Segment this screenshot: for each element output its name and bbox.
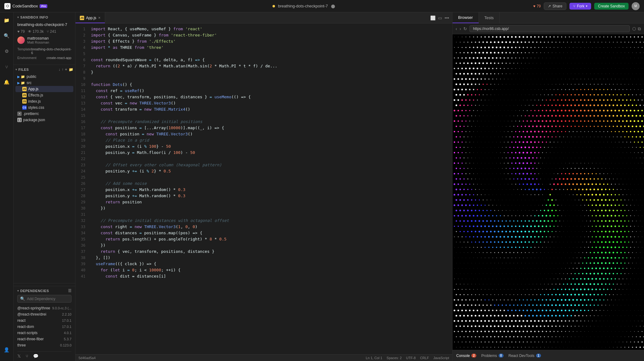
js-badge-indexjs: JS xyxy=(22,99,27,104)
fork-chevron-icon: ▾ xyxy=(586,4,587,8)
files-chevron-icon[interactable]: ▾ xyxy=(15,68,17,71)
divider xyxy=(14,65,75,65)
dep-name: react-three-fiber xyxy=(17,337,44,341)
pro-badge: Pro xyxy=(40,4,47,8)
file-prettierrc[interactable]: • .prettierrc xyxy=(15,111,73,117)
deps-search-input[interactable] xyxy=(27,297,73,301)
sidebar-users-icon[interactable]: 👤 xyxy=(2,345,12,355)
reactdevtools-label: React DevTools xyxy=(509,354,535,358)
files-label: Files xyxy=(19,68,29,71)
author-row: mattrossman Matt Rossman xyxy=(17,36,71,44)
main-layout: 📁 🔍 ⚙ ⑂ 🔔 👤 ▾ Sandbox Info xyxy=(0,12,644,361)
dep-three: three 0.123.0 xyxy=(17,342,71,348)
reactdevtools-tab[interactable]: React DevTools 1 xyxy=(509,354,541,358)
icon-sidebar-bottom: 👤 xyxy=(2,345,12,358)
tab-appjs[interactable]: JS App.js ✕ xyxy=(75,12,105,23)
dep-name: @react-three/drei xyxy=(17,312,46,316)
deps-chevron-icon[interactable]: ▾ xyxy=(17,289,19,292)
share-button[interactable]: ↗ Share xyxy=(544,2,566,10)
collapse-chevron-icon[interactable]: ▾ xyxy=(17,16,19,19)
status-bar: 5d46ad5a4 Ln 1, Col 1 Spaces: 2 UTF-8 CR… xyxy=(75,354,452,361)
sidebar-settings-icon[interactable]: ⚙ xyxy=(2,46,12,56)
template-label: Template xyxy=(17,47,31,55)
forward-button[interactable]: › xyxy=(460,26,461,31)
split-vertical-icon[interactable]: ▭ xyxy=(438,15,442,20)
sandbox-info-section: ▾ Sandbox Info breathing-dots-checkpoint… xyxy=(14,12,75,62)
file-packagejson[interactable]: { } package.json xyxy=(15,117,73,123)
folder-public[interactable]: ▶ 📁 public xyxy=(15,74,73,80)
dep-react-scripts: react-scripts 4.0.1 xyxy=(17,330,71,336)
deps-list-icon[interactable]: ☰ xyxy=(68,289,72,293)
github-icon[interactable]: ⑂ xyxy=(26,354,28,359)
file-appjs[interactable]: JS App.js xyxy=(15,86,73,92)
file-name-prettierrc: .prettierrc xyxy=(23,112,39,116)
discord-icon[interactable]: 💬 xyxy=(33,354,38,359)
upload-icon[interactable]: ↑ xyxy=(62,67,64,72)
divider-deps xyxy=(14,283,75,283)
tab-browser[interactable]: Browser xyxy=(453,12,479,23)
download-icon[interactable]: ↓ xyxy=(58,67,61,72)
folder-icon-src: ▶ 📁 xyxy=(17,81,25,85)
external-link-icon[interactable]: ⬡ xyxy=(632,26,636,32)
file-name-stylescss: styles.css xyxy=(28,105,44,110)
files-section: ▾ Files ↓ ↑ + 📁 ▶ 📁 public ▶ 📁 src JS xyxy=(14,67,75,281)
checkpoint-dot-icon: ⬤ xyxy=(331,4,335,8)
file-panel: ▾ Sandbox Info breathing-dots-checkpoint… xyxy=(14,12,75,361)
url-actions: ⬡ ⧉ xyxy=(632,26,641,32)
fork-icon: ⑂ xyxy=(573,4,575,8)
back-button[interactable]: ‹ xyxy=(456,26,457,31)
code-content[interactable]: import React, { useMemo, useRef } from '… xyxy=(88,23,452,354)
tab-tests[interactable]: Tests xyxy=(479,12,500,23)
twitter-icon[interactable]: 𝕏 xyxy=(17,354,21,359)
sandbox-name: breathing-dots-checkpoint-7 xyxy=(17,21,71,28)
share-label: Share xyxy=(552,4,562,8)
browser-statusbar: Console 2 Problems 0 React DevTools 1 xyxy=(453,350,644,361)
tab-close-button[interactable]: ✕ xyxy=(98,16,101,19)
console-tab[interactable]: Console 2 xyxy=(456,354,476,358)
browser-urlbar: ‹ › ↻ ⬡ ⧉ xyxy=(453,23,644,34)
topbar-logo: ⬡ CodeSandbox Pro xyxy=(0,3,74,9)
browser-panel: Browser Tests ‹ › ↻ ⬡ ⧉ Console 2 Proble… xyxy=(452,12,644,361)
dep-version: 4.0.1 xyxy=(64,331,71,335)
browser-viewport xyxy=(453,34,644,350)
url-input[interactable] xyxy=(470,25,630,32)
heart-count-meta: ♥ 79 xyxy=(17,29,25,34)
dep-version: 17.0.1 xyxy=(62,325,71,329)
add-file-icon[interactable]: + xyxy=(65,67,67,72)
sandbox-title: breathing-dots-checkpoint-7 xyxy=(278,4,328,8)
sidebar-git-icon[interactable]: ⑂ xyxy=(2,62,12,72)
deps-search-box[interactable]: 🔍 xyxy=(17,295,71,303)
deps-header: ▾ Dependencies ☰ xyxy=(17,289,71,293)
reactdevtools-badge: 1 xyxy=(536,354,541,358)
fork-icon-meta: ⑂ xyxy=(47,29,49,34)
fork-button[interactable]: ⑂ Fork ▾ xyxy=(569,3,591,10)
file-indexjs[interactable]: JS index.js xyxy=(15,98,73,104)
code-area: 1234567891011121314151617181920212223242… xyxy=(75,23,452,354)
sandbox-info-header: ▾ Sandbox Info xyxy=(17,15,71,19)
file-stylescss[interactable]: CS styles.css xyxy=(15,104,73,111)
fork-label: Fork xyxy=(577,4,584,8)
codesandbox-logo-icon: ⬡ xyxy=(4,3,11,9)
folder-src[interactable]: ▶ 📁 src xyxy=(15,80,73,86)
css-badge-stylescss: CS xyxy=(22,105,27,110)
file-effectsjs[interactable]: JS Effects.js xyxy=(15,92,73,98)
dep-react-dom: react-dom 17.0.1 xyxy=(17,324,71,330)
author-avatar xyxy=(17,36,25,44)
create-sandbox-button[interactable]: Create Sandbox xyxy=(594,3,629,10)
sidebar-notifications-icon[interactable]: 🔔 xyxy=(2,77,12,87)
add-folder-icon[interactable]: 📁 xyxy=(69,67,74,72)
problems-tab[interactable]: Problems 0 xyxy=(481,354,504,358)
sidebar-files-icon[interactable]: 📁 xyxy=(2,15,12,25)
avatar[interactable]: M xyxy=(632,2,640,10)
console-label: Console xyxy=(456,354,470,358)
more-options-icon[interactable]: ••• xyxy=(444,15,449,20)
line-ending-status: CRLF xyxy=(420,356,429,360)
heart-icon-meta: ♥ xyxy=(17,29,19,34)
heart-icon: ♥ xyxy=(533,4,535,8)
dep-name: react-scripts xyxy=(17,331,37,335)
sidebar-search-icon[interactable]: 🔍 xyxy=(2,31,12,41)
refresh-button[interactable]: ↻ xyxy=(463,26,467,31)
copy-link-icon[interactable]: ⧉ xyxy=(638,26,641,32)
encoding-status: UTF-8 xyxy=(406,356,416,360)
split-horizontal-icon[interactable]: ⬜ xyxy=(430,15,436,20)
